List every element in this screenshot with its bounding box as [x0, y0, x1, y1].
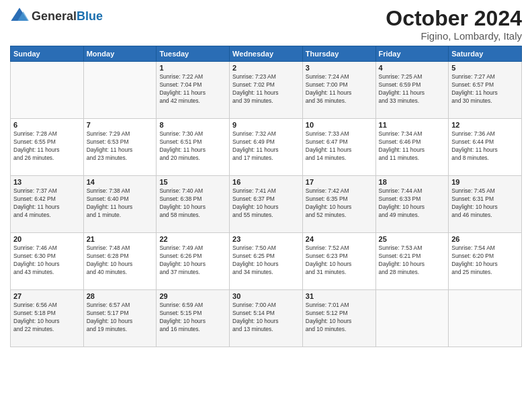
day-info: Sunrise: 7:33 AM Sunset: 6:47 PM Dayligh… — [306, 130, 373, 163]
day-info: Sunrise: 7:29 AM Sunset: 6:53 PM Dayligh… — [87, 130, 154, 163]
day-info: Sunrise: 7:40 AM Sunset: 6:38 PM Dayligh… — [159, 187, 226, 220]
calendar-cell: 17Sunrise: 7:42 AM Sunset: 6:35 PM Dayli… — [302, 176, 375, 233]
calendar-cell: 2Sunrise: 7:23 AM Sunset: 7:02 PM Daylig… — [230, 62, 303, 119]
calendar-cell: 9Sunrise: 7:32 AM Sunset: 6:49 PM Daylig… — [230, 119, 303, 176]
day-info: Sunrise: 6:56 AM Sunset: 5:18 PM Dayligh… — [13, 302, 81, 334]
day-info: Sunrise: 7:42 AM Sunset: 6:35 PM Dayligh… — [306, 187, 373, 220]
weekday-header-row: SundayMondayTuesdayWednesdayThursdayFrid… — [11, 46, 522, 62]
calendar-cell: 14Sunrise: 7:38 AM Sunset: 6:40 PM Dayli… — [83, 176, 157, 233]
calendar-cell: 7Sunrise: 7:29 AM Sunset: 6:53 PM Daylig… — [83, 119, 157, 176]
calendar-cell: 12Sunrise: 7:36 AM Sunset: 6:44 PM Dayli… — [449, 119, 522, 176]
day-number: 16 — [232, 178, 300, 186]
day-number: 17 — [306, 178, 373, 186]
day-number: 3 — [306, 64, 373, 72]
day-number: 30 — [232, 292, 300, 300]
day-info: Sunrise: 7:36 AM Sunset: 6:44 PM Dayligh… — [451, 130, 519, 163]
calendar-cell: 6Sunrise: 7:28 AM Sunset: 6:55 PM Daylig… — [11, 119, 84, 176]
week-row-4: 20Sunrise: 7:46 AM Sunset: 6:30 PM Dayli… — [11, 233, 522, 290]
day-info: Sunrise: 7:34 AM Sunset: 6:46 PM Dayligh… — [379, 130, 446, 163]
day-number: 22 — [159, 235, 226, 243]
day-number: 4 — [379, 64, 446, 72]
day-info: Sunrise: 6:59 AM Sunset: 5:15 PM Dayligh… — [159, 302, 226, 334]
calendar-cell: 16Sunrise: 7:41 AM Sunset: 6:37 PM Dayli… — [230, 176, 303, 233]
calendar-table: SundayMondayTuesdayWednesdayThursdayFrid… — [10, 46, 522, 347]
weekday-header-friday: Friday — [375, 46, 449, 62]
calendar-cell — [449, 290, 522, 347]
calendar-cell: 1Sunrise: 7:22 AM Sunset: 7:04 PM Daylig… — [157, 62, 230, 119]
calendar-cell: 30Sunrise: 7:00 AM Sunset: 5:14 PM Dayli… — [230, 290, 303, 347]
day-info: Sunrise: 7:27 AM Sunset: 6:57 PM Dayligh… — [451, 73, 519, 105]
day-info: Sunrise: 7:41 AM Sunset: 6:37 PM Dayligh… — [232, 187, 300, 220]
calendar-cell: 27Sunrise: 6:56 AM Sunset: 5:18 PM Dayli… — [11, 290, 84, 347]
week-row-2: 6Sunrise: 7:28 AM Sunset: 6:55 PM Daylig… — [11, 119, 522, 176]
calendar-cell: 8Sunrise: 7:30 AM Sunset: 6:51 PM Daylig… — [157, 119, 230, 176]
day-number: 9 — [232, 121, 300, 129]
day-number: 11 — [379, 121, 446, 129]
day-info: Sunrise: 7:53 AM Sunset: 6:21 PM Dayligh… — [379, 244, 446, 277]
day-number: 29 — [159, 292, 226, 300]
calendar-cell: 20Sunrise: 7:46 AM Sunset: 6:30 PM Dayli… — [11, 233, 84, 290]
day-info: Sunrise: 7:54 AM Sunset: 6:20 PM Dayligh… — [451, 244, 519, 277]
calendar-cell: 25Sunrise: 7:53 AM Sunset: 6:21 PM Dayli… — [375, 233, 449, 290]
day-number: 13 — [13, 178, 81, 186]
weekday-header-saturday: Saturday — [449, 46, 522, 62]
day-info: Sunrise: 7:24 AM Sunset: 7:00 PM Dayligh… — [306, 73, 373, 105]
calendar-cell: 13Sunrise: 7:37 AM Sunset: 6:42 PM Dayli… — [11, 176, 84, 233]
day-info: Sunrise: 7:25 AM Sunset: 6:59 PM Dayligh… — [379, 73, 446, 105]
day-info: Sunrise: 7:30 AM Sunset: 6:51 PM Dayligh… — [159, 130, 226, 163]
day-number: 23 — [232, 235, 300, 243]
weekday-header-monday: Monday — [83, 46, 157, 62]
header: GeneralBlue October 2024 Figino, Lombard… — [10, 7, 522, 42]
day-info: Sunrise: 7:32 AM Sunset: 6:49 PM Dayligh… — [232, 130, 300, 163]
weekday-header-thursday: Thursday — [302, 46, 375, 62]
logo-blue: Blue — [77, 9, 103, 23]
day-number: 28 — [87, 292, 154, 300]
calendar-cell: 31Sunrise: 7:01 AM Sunset: 5:12 PM Dayli… — [302, 290, 375, 347]
calendar-cell: 21Sunrise: 7:48 AM Sunset: 6:28 PM Dayli… — [83, 233, 157, 290]
day-info: Sunrise: 7:23 AM Sunset: 7:02 PM Dayligh… — [232, 73, 300, 105]
calendar-cell: 11Sunrise: 7:34 AM Sunset: 6:46 PM Dayli… — [375, 119, 449, 176]
day-info: Sunrise: 7:45 AM Sunset: 6:31 PM Dayligh… — [451, 187, 519, 220]
calendar-cell: 18Sunrise: 7:44 AM Sunset: 6:33 PM Dayli… — [375, 176, 449, 233]
day-number: 5 — [451, 64, 519, 72]
logo-icon — [10, 7, 29, 26]
weekday-header-sunday: Sunday — [11, 46, 84, 62]
day-info: Sunrise: 7:48 AM Sunset: 6:28 PM Dayligh… — [87, 244, 154, 277]
logo-text: GeneralBlue — [32, 9, 103, 24]
day-info: Sunrise: 7:38 AM Sunset: 6:40 PM Dayligh… — [87, 187, 154, 220]
day-info: Sunrise: 7:50 AM Sunset: 6:25 PM Dayligh… — [232, 244, 300, 277]
day-info: Sunrise: 7:49 AM Sunset: 6:26 PM Dayligh… — [159, 244, 226, 277]
calendar-cell: 3Sunrise: 7:24 AM Sunset: 7:00 PM Daylig… — [302, 62, 375, 119]
day-number: 6 — [13, 121, 81, 129]
day-number: 31 — [306, 292, 373, 300]
calendar-cell: 22Sunrise: 7:49 AM Sunset: 6:26 PM Dayli… — [157, 233, 230, 290]
main-container: GeneralBlue October 2024 Figino, Lombard… — [0, 0, 532, 354]
calendar-cell: 10Sunrise: 7:33 AM Sunset: 6:47 PM Dayli… — [302, 119, 375, 176]
calendar-cell — [83, 62, 157, 119]
day-info: Sunrise: 7:46 AM Sunset: 6:30 PM Dayligh… — [13, 244, 81, 277]
day-number: 19 — [451, 178, 519, 186]
weekday-header-wednesday: Wednesday — [230, 46, 303, 62]
day-number: 7 — [87, 121, 154, 129]
calendar-cell: 19Sunrise: 7:45 AM Sunset: 6:31 PM Dayli… — [449, 176, 522, 233]
day-number: 15 — [159, 178, 226, 186]
logo-general: General — [32, 9, 77, 23]
day-number: 12 — [451, 121, 519, 129]
day-number: 26 — [451, 235, 519, 243]
day-info: Sunrise: 7:37 AM Sunset: 6:42 PM Dayligh… — [13, 187, 81, 220]
day-number: 25 — [379, 235, 446, 243]
day-info: Sunrise: 7:01 AM Sunset: 5:12 PM Dayligh… — [306, 302, 373, 334]
weekday-header-tuesday: Tuesday — [157, 46, 230, 62]
calendar-cell: 4Sunrise: 7:25 AM Sunset: 6:59 PM Daylig… — [375, 62, 449, 119]
week-row-5: 27Sunrise: 6:56 AM Sunset: 5:18 PM Dayli… — [11, 290, 522, 347]
day-info: Sunrise: 7:00 AM Sunset: 5:14 PM Dayligh… — [232, 302, 300, 334]
day-number: 20 — [13, 235, 81, 243]
calendar-cell: 15Sunrise: 7:40 AM Sunset: 6:38 PM Dayli… — [157, 176, 230, 233]
day-number: 8 — [159, 121, 226, 129]
day-number: 10 — [306, 121, 373, 129]
day-info: Sunrise: 7:44 AM Sunset: 6:33 PM Dayligh… — [379, 187, 446, 220]
calendar-cell: 24Sunrise: 7:52 AM Sunset: 6:23 PM Dayli… — [302, 233, 375, 290]
day-number: 24 — [306, 235, 373, 243]
day-number: 14 — [87, 178, 154, 186]
location-title: Figino, Lombardy, Italy — [386, 30, 522, 42]
